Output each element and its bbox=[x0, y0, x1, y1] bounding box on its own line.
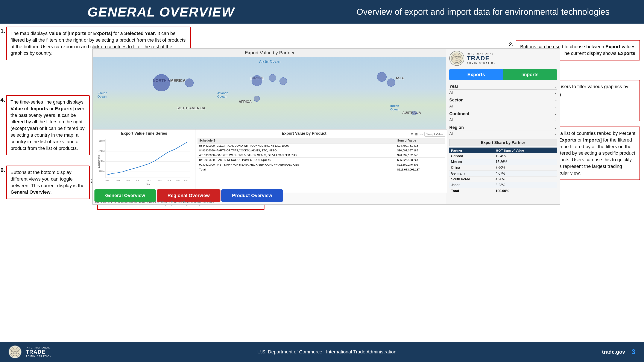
ann4-text: The time-series line graph displays Valu… bbox=[10, 99, 84, 151]
share-row-canada: Canada 19.45% bbox=[449, 153, 557, 159]
footer-admin: ADMINISTRATION bbox=[26, 355, 52, 358]
bubble-usa bbox=[153, 74, 170, 91]
products-table: Export Value by Product ⚙ ⊞ ••• Sumpt Va… bbox=[196, 129, 447, 193]
logo-intl: INTERNATIONAL bbox=[467, 52, 496, 55]
products-col-value: Sum of Value bbox=[396, 138, 445, 143]
svg-text:Export Value: Export Value bbox=[98, 155, 100, 168]
time-series-svg: $50bn $40bn $30bn $20bn bbox=[94, 137, 194, 188]
footer-logo-area: DEPARTMENT OF COMMERCE INTERNATIONAL TRA… bbox=[8, 346, 52, 358]
charts-section: Export Value Time Series $50bn $40bn $30… bbox=[93, 129, 447, 193]
dashboard-panel: Export Value by Partner Arctic Ocean Pac… bbox=[92, 48, 560, 205]
bubble-africa bbox=[254, 96, 260, 102]
bubble-europe3 bbox=[280, 77, 287, 85]
filter-sector-value: All ⌄ bbox=[449, 103, 557, 109]
toggle-buttons: Exports Imports bbox=[449, 69, 557, 80]
bubble-korea bbox=[387, 78, 395, 87]
footer-logo-icon: DEPARTMENT OF COMMERCE bbox=[8, 346, 22, 358]
bubble-china bbox=[377, 72, 386, 82]
products-col-hs: Schedule B bbox=[198, 138, 396, 143]
label-pacific: PacificOcean bbox=[98, 91, 107, 98]
filter-sector-label: Sector ⌄ bbox=[449, 98, 557, 103]
footer-trade: TRADE bbox=[26, 349, 52, 355]
svg-text:$20bn: $20bn bbox=[99, 170, 105, 173]
product-row-total: Total $613,673,002,187 bbox=[198, 167, 445, 172]
more-icon[interactable]: ••• bbox=[420, 132, 423, 136]
bubble-europe2 bbox=[269, 74, 276, 82]
page-title: GENERAL OVERVIEW bbox=[4, 4, 318, 19]
share-table-data: Partner %GT Sum of Value Canada 19.45% M… bbox=[449, 148, 557, 194]
ann2-num: 2. bbox=[509, 41, 514, 48]
footer-intl: INTERNATIONAL bbox=[26, 346, 52, 349]
filter-region-label: Region ⌄ bbox=[449, 125, 557, 131]
logo-area: DEPARTMENT OF COMMERCE INTERNATIONAL TRA… bbox=[449, 51, 557, 66]
chevron-year: ⌄ bbox=[554, 84, 557, 88]
header: GENERAL OVERVIEW Overview of export and … bbox=[0, 0, 644, 23]
product-row-1[interactable]: 8544420000--ELECTRICAL COND WITH CONNECT… bbox=[198, 143, 445, 148]
import-button[interactable]: Imports bbox=[503, 69, 557, 80]
svg-text:2012: 2012 bbox=[147, 179, 151, 181]
footer-right: trade.gov 3 bbox=[602, 348, 636, 356]
time-series-title: Export Value Time Series bbox=[94, 131, 194, 136]
nav-product-overview[interactable]: Product Overview bbox=[221, 189, 283, 202]
svg-text:$50bn: $50bn bbox=[99, 140, 105, 142]
footer-center-text: U.S. Department of Commerce | Internatio… bbox=[258, 349, 396, 355]
bubble-europe bbox=[252, 75, 262, 86]
svg-text:2008: 2008 bbox=[126, 179, 130, 181]
filter-continent[interactable]: Continent ⌄ All ⌄ bbox=[449, 111, 557, 123]
svg-text:2020: 2020 bbox=[184, 179, 188, 181]
share-row-china: China 8.60% bbox=[449, 165, 557, 171]
label-africa: AFRICA bbox=[239, 100, 252, 104]
footer-logo-text: INTERNATIONAL TRADE ADMINISTRATION bbox=[26, 346, 52, 358]
chevron-continent2: ⌄ bbox=[554, 118, 557, 122]
map-section: Export Value by Partner Arctic Ocean Pac… bbox=[93, 49, 447, 137]
filter-region[interactable]: Region ⌄ All ⌄ bbox=[449, 125, 557, 137]
time-series-body: $50bn $40bn $30bn $20bn bbox=[94, 137, 194, 188]
svg-text:2016: 2016 bbox=[166, 179, 171, 181]
filter-year[interactable]: Year ⌄ All ⌄ bbox=[449, 84, 557, 95]
search-label: Sumpt Value bbox=[424, 132, 445, 137]
filter-sector[interactable]: Sector ⌄ All ⌄ bbox=[449, 98, 557, 109]
chevron-year2: ⌄ bbox=[554, 90, 557, 95]
product-row-4[interactable]: 8413919520--PARTS, NESOI, OF PUMPS FOR L… bbox=[198, 158, 445, 162]
svg-text:2014: 2014 bbox=[157, 179, 162, 181]
ann6-text: Buttons at the bottom display different … bbox=[10, 170, 84, 195]
filter-icon[interactable]: ⚙ bbox=[411, 132, 414, 136]
nav-regional-overview[interactable]: Regional Overview bbox=[157, 189, 220, 202]
footer-url: trade.gov bbox=[602, 349, 625, 355]
svg-text:2006: 2006 bbox=[116, 179, 120, 181]
label-arctic: Arctic Ocean bbox=[259, 60, 280, 63]
filter-continent-value: All ⌄ bbox=[449, 117, 557, 123]
nav-general-overview[interactable]: General Overview bbox=[94, 189, 156, 202]
bubble-australia bbox=[412, 111, 417, 115]
logo-admin: ADMINISTRATION bbox=[467, 62, 496, 64]
export-button[interactable]: Exports bbox=[449, 69, 503, 80]
annotation-4: The time-series line graph displays Valu… bbox=[6, 95, 90, 155]
share-row-mexico: Mexico 15.86% bbox=[449, 159, 557, 165]
map-body[interactable]: Arctic Ocean PacificOcean AtlanticOcean … bbox=[93, 57, 447, 137]
bubble-mexico bbox=[185, 78, 194, 87]
svg-text:OF COMMERCE: OF COMMERCE bbox=[12, 351, 19, 352]
export-icon[interactable]: ⊞ bbox=[415, 132, 418, 136]
label-atlantic: AtlanticOcean bbox=[217, 91, 228, 98]
share-row-total: Total 100.00% bbox=[449, 188, 557, 194]
logo-trade: TRADE bbox=[467, 55, 496, 62]
product-row-3[interactable]: 4016930000--GASKET, WASHERS & OTHER SEAL… bbox=[198, 153, 445, 158]
svg-text:Year: Year bbox=[146, 183, 151, 186]
chevron-region2: ⌄ bbox=[554, 132, 557, 136]
controls-section: DEPARTMENT OF COMMERCE INTERNATIONAL TRA… bbox=[446, 49, 560, 204]
ann4-num: 4. bbox=[0, 96, 5, 103]
ann1-num: 1. bbox=[0, 28, 5, 34]
svg-text:2018: 2018 bbox=[176, 179, 180, 181]
share-col-value: %GT Sum of Value bbox=[494, 148, 557, 153]
product-row-2[interactable]: 8481909090--PARTS OF TAPS,COCKS,VALVES, … bbox=[198, 148, 445, 153]
label-south-america: SOUTH AMERICA bbox=[176, 106, 206, 110]
product-row-5[interactable]: 9030820000--INST & APP FOR MEAS/CHECK SE… bbox=[198, 162, 445, 167]
ita-logo: DEPARTMENT OF COMMERCE bbox=[449, 51, 464, 66]
logo-text-area: INTERNATIONAL TRADE ADMINISTRATION bbox=[467, 52, 496, 64]
share-col-partner: Partner bbox=[449, 148, 494, 153]
page-subtitle: Overview of export and import data for e… bbox=[326, 6, 640, 17]
svg-text:DEPARTMENT: DEPARTMENT bbox=[453, 56, 460, 57]
chevron-continent: ⌄ bbox=[554, 112, 557, 116]
chevron-region: ⌄ bbox=[554, 125, 557, 129]
label-asia: ASIA bbox=[396, 76, 404, 80]
